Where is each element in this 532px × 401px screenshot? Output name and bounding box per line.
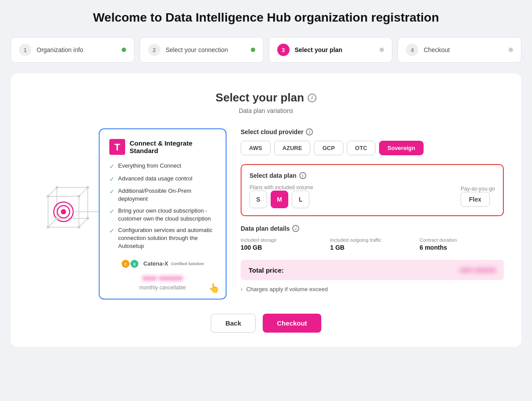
- section-title-row: Select your plan i: [28, 91, 504, 105]
- check-icon-1: ✓: [109, 162, 115, 171]
- cloud-info-icon[interactable]: i: [306, 128, 313, 135]
- plan-visual-area: T Connect & Integrate Standard ✓ Everyth…: [28, 128, 227, 300]
- provider-aws[interactable]: AWS: [241, 141, 271, 155]
- total-price-row: Total price: ●●● ●●●●●: [241, 260, 504, 280]
- step-3-dot: [379, 48, 384, 52]
- traffic-value: 1 GB: [330, 244, 414, 251]
- volume-plans: Plans with included volume S M L: [249, 184, 313, 208]
- svg-text:T: T: [114, 142, 120, 153]
- provider-otc[interactable]: OTC: [347, 141, 376, 155]
- plan-card-title: Connect & Integrate Standard: [130, 139, 216, 154]
- step-2-label: Select your connection: [166, 46, 246, 53]
- size-s[interactable]: S: [249, 191, 267, 208]
- provider-azure[interactable]: AZURE: [274, 141, 311, 155]
- cloud-provider-title: Select cloud provider i: [241, 128, 504, 135]
- chevron-right-icon: ›: [241, 285, 243, 292]
- data-plan-section: Select data plan i Plans with included v…: [241, 164, 504, 216]
- svg-line-2: [48, 187, 57, 196]
- check-icon-2: ✓: [109, 175, 115, 184]
- svg-point-12: [47, 226, 49, 229]
- volume-label: Plans with included volume: [249, 184, 313, 191]
- provider-sovereign[interactable]: Sovereign: [379, 141, 424, 155]
- plan-sizes-group: S M L: [249, 191, 313, 208]
- plan-card-header: T Connect & Integrate Standard: [109, 139, 216, 155]
- feature-4: ✓ Bring your own cloud subscription - cu…: [109, 207, 216, 223]
- section-subtitle: Data plan variations: [28, 107, 504, 114]
- provider-gcp[interactable]: GCP: [314, 141, 343, 155]
- check-icon-5: ✓: [109, 227, 115, 236]
- data-plan-details: Data plan details i Included storage 100…: [241, 225, 504, 251]
- catena-x-badge: C X Catena-X Certified Solution: [121, 259, 204, 268]
- traffic-label: Included outgoing traffic: [330, 237, 414, 243]
- storage-value: 100 GB: [241, 244, 325, 251]
- svg-line-3: [79, 187, 88, 196]
- catena-label: Catena-X: [143, 260, 168, 267]
- plan-card[interactable]: T Connect & Integrate Standard ✓ Everyth…: [99, 128, 227, 300]
- step-3: 3 Select your plan: [269, 37, 393, 63]
- checkout-button[interactable]: Checkout: [263, 314, 321, 333]
- size-m[interactable]: M: [271, 191, 288, 208]
- check-icon-3: ✓: [109, 187, 115, 196]
- storage-detail: Included storage 100 GB: [241, 237, 325, 251]
- section-info-icon[interactable]: i: [308, 94, 316, 102]
- step-4-label: Checkout: [424, 46, 503, 53]
- svg-text:C: C: [124, 262, 127, 266]
- feature-1: ✓ Everything from Connect: [109, 162, 216, 171]
- plan-buttons-row: Plans with included volume S M L Pay-as-…: [249, 184, 495, 208]
- back-button[interactable]: Back: [211, 314, 256, 333]
- step-2: 2 Select your connection: [140, 37, 264, 63]
- page-title: Welcome to Data Intelligence Hub organiz…: [11, 11, 521, 25]
- check-icon-4: ✓: [109, 207, 115, 216]
- total-value: ●●● ●●●●●: [460, 266, 496, 274]
- feature-3: ✓ Additional/Possible On-Prem deployment: [109, 187, 216, 203]
- svg-point-10: [47, 195, 49, 198]
- duration-value: 6 months: [420, 244, 504, 251]
- traffic-detail: Included outgoing traffic 1 GB: [330, 237, 414, 251]
- feature-2: ✓ Advanced data usage control: [109, 175, 216, 184]
- plan-billing: monthly cancellable: [109, 285, 216, 291]
- step-2-number: 2: [148, 44, 160, 56]
- duration-label: Contract duration: [420, 237, 504, 243]
- payg-label: Pay-as-you-go: [461, 186, 495, 192]
- svg-point-15: [86, 186, 89, 189]
- step-1: 1 Organization info: [11, 37, 134, 63]
- size-l[interactable]: L: [292, 191, 309, 208]
- main-card: Select your plan i Data plan variations: [11, 73, 521, 347]
- svg-point-14: [56, 186, 58, 189]
- cloud-provider-section: Select cloud provider i AWS AZURE GCP OT…: [241, 128, 504, 155]
- payg-plan: Pay-as-you-go Flex: [461, 186, 495, 207]
- duration-detail: Contract duration 6 months: [420, 237, 504, 251]
- catena-logo-icon: C X: [121, 259, 141, 268]
- svg-point-8: [61, 209, 66, 214]
- page-wrapper: Welcome to Data Intelligence Hub organiz…: [11, 11, 521, 347]
- storage-label: Included storage: [241, 237, 325, 243]
- data-plan-info-icon[interactable]: i: [299, 172, 306, 179]
- catena-certified: Certified Solution: [171, 262, 204, 266]
- cursor-hand-icon: 👆: [208, 283, 219, 293]
- charges-text: Charges apply if volume exceed: [246, 286, 328, 292]
- right-panel: Select cloud provider i AWS AZURE GCP OT…: [241, 128, 504, 292]
- cube-visual: [28, 170, 99, 258]
- svg-line-5: [79, 218, 88, 227]
- step-3-number: 3: [277, 44, 290, 56]
- step-4-dot: [509, 48, 513, 52]
- charges-note[interactable]: › Charges apply if volume exceed: [241, 285, 504, 292]
- details-title: Data plan details i: [241, 225, 504, 232]
- svg-point-11: [78, 195, 80, 198]
- feature-5: ✓ Configuration services and automatic c…: [109, 226, 216, 251]
- details-info-icon[interactable]: i: [292, 225, 299, 232]
- step-1-label: Organization info: [37, 46, 116, 53]
- content-area: T Connect & Integrate Standard ✓ Everyth…: [28, 128, 504, 300]
- catena-x-badge-area: C X Catena-X Certified Solution: [109, 259, 216, 268]
- step-1-number: 1: [19, 44, 31, 56]
- section-title-text: Select your plan: [216, 91, 304, 105]
- step-2-dot: [251, 48, 255, 52]
- svg-text:X: X: [133, 262, 136, 266]
- svg-point-17: [86, 217, 89, 220]
- data-plan-title: Select data plan i: [249, 172, 495, 179]
- provider-buttons: AWS AZURE GCP OTC Sovereign: [241, 141, 504, 155]
- total-label: Total price:: [249, 266, 284, 274]
- flex-btn[interactable]: Flex: [461, 192, 490, 207]
- plan-features: ✓ Everything from Connect ✓ Advanced dat…: [109, 162, 216, 251]
- stepper: 1 Organization info 2 Select your connec…: [11, 37, 521, 63]
